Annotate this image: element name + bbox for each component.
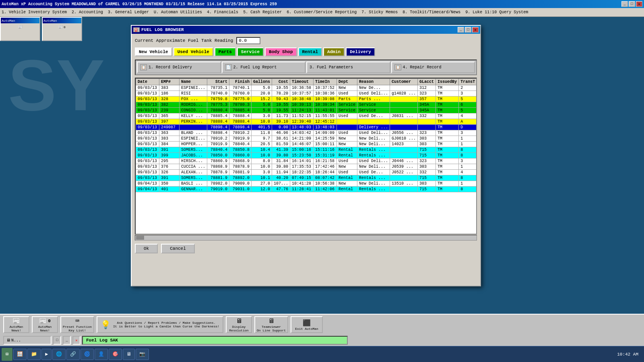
table-cell: D — [459, 125, 477, 130]
taskbar-preset-function[interactable]: ⌨ Preset FunctionKey List! — [60, 316, 94, 333]
table-row[interactable]: 09/03/13384HOPPER...78919.978840.420.581… — [136, 142, 477, 147]
col-gallons[interactable]: Gallons — [252, 79, 272, 85]
col-date[interactable]: Date — [136, 79, 159, 85]
table-row[interactable]: 09/03/13376CUCCIA ...78868.978878.910.03… — [136, 164, 477, 170]
cancel-button[interactable]: Cancel — [161, 244, 195, 253]
taskbar-exit-automan[interactable]: ⬛ Exit AutoMan — [291, 316, 323, 333]
menu-general-ledger[interactable]: 3. General Ledger — [108, 10, 149, 14]
taskbar-item-2[interactable]: 📁 — [27, 349, 41, 360]
table-row[interactable]: 09/03/13365KELLY ...78885.478888.43.011.… — [136, 113, 477, 119]
taskbar-window-indicator[interactable]: 🖥 N... — [3, 336, 52, 345]
menu-query[interactable]: 9. Luke 11:10 Query System — [465, 10, 528, 14]
nav-service[interactable]: Service — [237, 47, 264, 56]
ok-button[interactable]: Ok — [135, 244, 158, 253]
minimize-button[interactable]: _ — [621, 1, 628, 7]
table-cell — [337, 119, 357, 125]
table-row[interactable]: 09/03/13328FOX ...78759.878775.015.259.4… — [136, 97, 477, 102]
taskbar-ask-questions[interactable]: 💡 Ask Questions / Report Problems / Make… — [97, 316, 223, 333]
col-glacct[interactable]: GLacct — [418, 79, 436, 85]
taskbar-item-1[interactable]: 🪟 — [13, 349, 27, 360]
func-repair-record[interactable]: 📋 4. Repair Record — [391, 62, 475, 73]
table-row[interactable]: 09/03/1324908778898.478898.4401.50.0013:… — [136, 125, 477, 130]
menu-customer-service[interactable]: 6. Customer/Service Reporting — [287, 10, 357, 14]
table-row[interactable]: 09/03/13186RISI78740.078760.020.078.2010… — [136, 91, 477, 97]
taskbar-item-4[interactable]: 🌐 — [52, 349, 66, 360]
table-row[interactable]: 09/03/13397PERKIN...78888.478888.410.039… — [136, 119, 477, 125]
table-row[interactable]: 09/03/13383ESPINEI...78910.278919.99.738… — [136, 136, 477, 142]
col-reason[interactable]: Reason — [357, 79, 390, 85]
taskbar-item-3[interactable]: ▶ — [41, 349, 52, 360]
table-row[interactable]: 09/03/13326ALEXAN...78878.978881.93.011.… — [136, 170, 477, 175]
col-customer[interactable]: Customer — [390, 79, 418, 85]
nav-rental[interactable]: Rental — [298, 47, 322, 56]
table-cell: 5.0 — [252, 102, 272, 108]
table-row[interactable]: 09/03/13382RODRIG...78775.378780.35.019.… — [136, 102, 477, 108]
table-cell: 10:37:57 — [290, 91, 314, 97]
dialog-close[interactable]: ✕ — [472, 27, 479, 33]
table-row[interactable]: 09/03/13295HIRSCH...78860.978868.98.031.… — [136, 158, 477, 164]
taskbar-automan-news-2[interactable]: 📰 0 AutoManNews! — [32, 316, 58, 333]
table-cell: 345A — [418, 102, 436, 108]
func-fuel-parameters[interactable]: 3. Fuel Parameters — [306, 62, 390, 73]
col-start[interactable]: Start — [207, 79, 229, 85]
table-row[interactable]: 09/03/13383ESPINEI...78735.178740.15.019… — [136, 85, 477, 91]
menu-sticky-memos[interactable]: 7. Sticky Memos — [361, 10, 398, 14]
menu-automan-utilities[interactable]: U. Automan Utilities — [154, 10, 202, 14]
nav-parts[interactable]: Parts — [215, 47, 236, 56]
table-row[interactable]: 09/03/13391SOMERS...78881.978892.010.140… — [136, 175, 477, 181]
col-emp[interactable]: EMP# — [159, 79, 180, 85]
table-cell: New Deli... — [357, 142, 390, 147]
hscrollbar[interactable] — [135, 235, 477, 241]
table-row[interactable]: 09/04/13350BASLI ...78982.079009.027.010… — [136, 181, 477, 187]
start-button[interactable]: ⊞ — [2, 348, 12, 361]
maximize-button[interactable]: □ — [629, 1, 635, 7]
col-dept[interactable]: Dept — [337, 79, 357, 85]
col-finish[interactable]: Finish — [229, 79, 252, 85]
menu-vehicle-inventory[interactable]: 1. Vehicle Inventory System — [2, 10, 67, 14]
func-fuel-log-report[interactable]: 📄 2. Fuel Log Report — [222, 62, 306, 73]
table-cell: Rental — [337, 187, 357, 192]
dialog-minimize[interactable]: _ — [458, 27, 464, 33]
taskbar-item-6[interactable]: 🌀 — [80, 349, 94, 360]
nav-new-vehicle[interactable]: New Vehicle — [135, 47, 172, 56]
nav-delivery[interactable]: Delivery — [346, 47, 375, 56]
col-timeout[interactable]: Timeout — [290, 79, 314, 85]
data-table-wrapper[interactable]: Date EMP# Name Start Finish Gallons Cost… — [135, 78, 477, 234]
taskbar-item-10[interactable]: 📷 — [136, 349, 149, 360]
table-row[interactable]: 09/03/13363BLAND ...78898.478910.211.846… — [136, 130, 477, 136]
dialog-maximize[interactable]: □ — [465, 27, 471, 33]
nav-used-vehicle[interactable]: Used Vehicle — [173, 47, 213, 56]
fuel-value-input[interactable] — [236, 37, 260, 44]
col-cost[interactable]: Cost — [272, 79, 290, 85]
taskbar-display-resolution[interactable]: 🖥 DisplayResolution — [226, 316, 252, 333]
menu-accounting[interactable]: 2. Accounting — [72, 10, 103, 14]
hscrollbar-thumb[interactable] — [136, 236, 144, 240]
menu-toolkit[interactable]: 8. Toolkit/Timecard/News — [402, 10, 460, 14]
window-ctrl-2[interactable]: _ — [63, 336, 71, 345]
col-name[interactable]: Name — [180, 79, 207, 85]
automan-widget-1[interactable]: AutoMan 📰 — [0, 17, 40, 41]
menu-financials[interactable]: 4. Financials — [207, 10, 238, 14]
func-record-delivery[interactable]: 📋 1. Record Delivery — [137, 62, 221, 73]
nav-body-shop[interactable]: Body Shop — [265, 47, 297, 56]
taskbar-item-7[interactable]: 👤 — [95, 349, 108, 360]
automan-widget-2[interactable]: AutoMan 📰 0 — [42, 17, 82, 41]
close-button[interactable]: ✕ — [636, 1, 642, 7]
window-ctrl-1[interactable]: □ — [53, 336, 61, 345]
table-row[interactable]: 09/03/13399JACOBS...78850.078860.010.039… — [136, 153, 477, 158]
window-ctrl-close[interactable]: ✕ — [72, 336, 80, 345]
col-transt[interactable]: TransT — [459, 79, 477, 85]
taskbar-item-9[interactable]: 🖥 — [123, 349, 135, 360]
menu-cash-register[interactable]: 5. Cash Register — [243, 10, 282, 14]
taskbar-automan-news-1[interactable]: 📰 AutoManNews! — [3, 316, 29, 333]
table-row[interactable]: 09/04/13401GENNAR...79019.079031.012.047… — [136, 187, 477, 192]
col-issuedby[interactable]: IssuedBy — [436, 79, 459, 85]
nav-admin[interactable]: Admin — [323, 47, 345, 56]
menu-bar: 1. Vehicle Inventory System 2. Accountin… — [0, 8, 644, 17]
taskbar-item-5[interactable]: 🔗 — [66, 349, 80, 360]
table-row[interactable]: 09/03/13391SOMERS...78840.478850.810.441… — [136, 147, 477, 153]
taskbar-item-8[interactable]: 🎯 — [109, 349, 122, 360]
taskbar-teamviewer[interactable]: 🖥 TeamviewerOn Line Support — [254, 316, 288, 333]
table-row[interactable]: 09/03/13239CONGIO...78880.478885.45.019.… — [136, 108, 477, 113]
col-timein[interactable]: TimeIn — [314, 79, 337, 85]
